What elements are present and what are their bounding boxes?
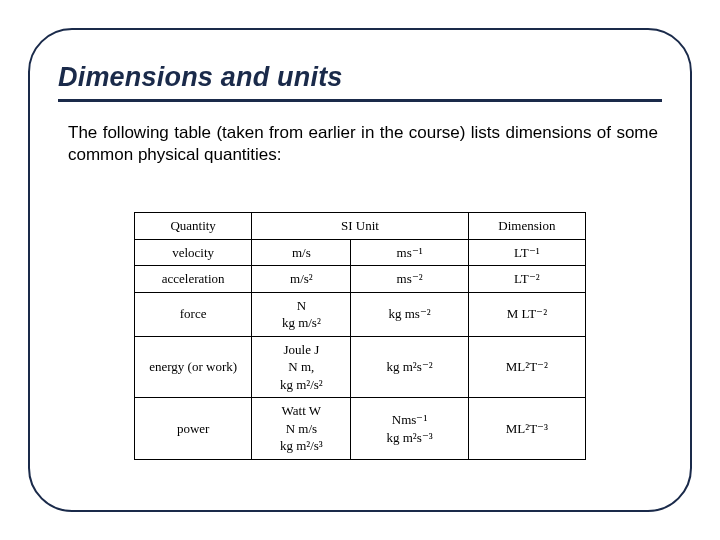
cell-si-unit: Watt W N m/s kg m²/s³ xyxy=(252,398,351,460)
slide-content: Dimensions and units The following table… xyxy=(58,62,662,174)
table-row: energy (or work) Joule J N m, kg m²/s² k… xyxy=(135,336,586,398)
cell-quantity: velocity xyxy=(135,239,252,266)
cell-dimension: ML²T⁻³ xyxy=(468,398,585,460)
cell-si-unit: m/s² xyxy=(252,266,351,293)
table-row: power Watt W N m/s kg m²/s³ Nms⁻¹ kg m²s… xyxy=(135,398,586,460)
th-si-unit: SI Unit xyxy=(252,213,468,240)
slide-title: Dimensions and units xyxy=(58,62,662,102)
cell-si-equiv: kg m²s⁻² xyxy=(351,336,468,398)
cell-si-unit: Joule J N m, kg m²/s² xyxy=(252,336,351,398)
table-row: velocity m/s ms⁻¹ LT⁻¹ xyxy=(135,239,586,266)
cell-dimension: LT⁻² xyxy=(468,266,585,293)
table-row: acceleration m/s² ms⁻² LT⁻² xyxy=(135,266,586,293)
cell-quantity: power xyxy=(135,398,252,460)
th-dimension: Dimension xyxy=(468,213,585,240)
table-row: force N kg m/s² kg ms⁻² M LT⁻² xyxy=(135,292,586,336)
cell-dimension: LT⁻¹ xyxy=(468,239,585,266)
cell-quantity: energy (or work) xyxy=(135,336,252,398)
cell-quantity: acceleration xyxy=(135,266,252,293)
cell-si-unit: N kg m/s² xyxy=(252,292,351,336)
dimensions-table-wrap: Quantity SI Unit Dimension velocity m/s … xyxy=(134,212,586,460)
cell-si-unit: m/s xyxy=(252,239,351,266)
cell-quantity: force xyxy=(135,292,252,336)
intro-text: The following table (taken from earlier … xyxy=(58,122,662,166)
cell-si-equiv: Nms⁻¹ kg m²s⁻³ xyxy=(351,398,468,460)
cell-si-equiv: kg ms⁻² xyxy=(351,292,468,336)
th-quantity: Quantity xyxy=(135,213,252,240)
cell-si-equiv: ms⁻² xyxy=(351,266,468,293)
table-header-row: Quantity SI Unit Dimension xyxy=(135,213,586,240)
cell-dimension: ML²T⁻² xyxy=(468,336,585,398)
cell-dimension: M LT⁻² xyxy=(468,292,585,336)
slide: Dimensions and units The following table… xyxy=(0,0,720,540)
dimensions-table: Quantity SI Unit Dimension velocity m/s … xyxy=(134,212,586,460)
cell-si-equiv: ms⁻¹ xyxy=(351,239,468,266)
